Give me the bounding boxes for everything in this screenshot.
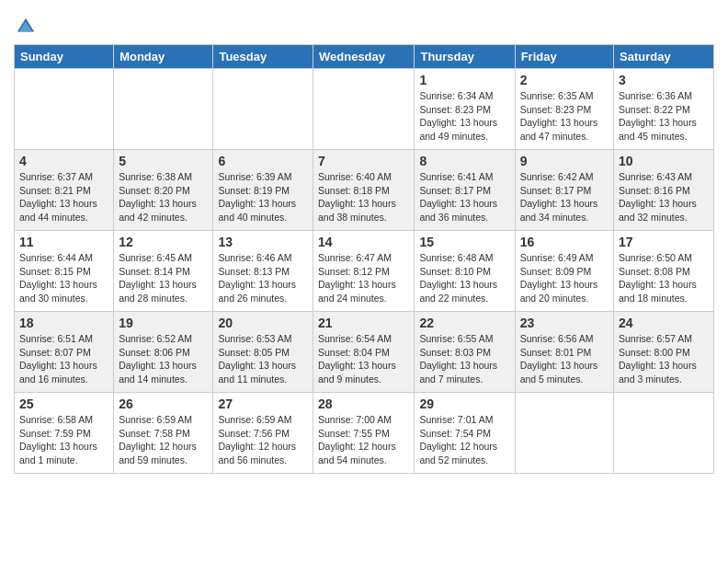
- day-number: 5: [119, 154, 208, 168]
- calendar-cell: 27Sunrise: 6:59 AM Sunset: 7:56 PM Dayli…: [213, 393, 313, 474]
- day-number: 11: [19, 235, 108, 249]
- day-info: Sunrise: 6:55 AM Sunset: 8:03 PM Dayligh…: [419, 332, 509, 386]
- calendar-cell: 1Sunrise: 6:34 AM Sunset: 8:23 PM Daylig…: [415, 69, 515, 150]
- day-info: Sunrise: 6:44 AM Sunset: 8:15 PM Dayligh…: [19, 251, 108, 305]
- day-number: 7: [318, 154, 409, 168]
- day-info: Sunrise: 6:43 AM Sunset: 8:16 PM Dayligh…: [619, 170, 709, 224]
- day-number: 3: [619, 73, 709, 87]
- calendar-cell: 24Sunrise: 6:57 AM Sunset: 8:00 PM Dayli…: [614, 312, 714, 393]
- calendar-header-row: SundayMondayTuesdayWednesdayThursdayFrid…: [15, 45, 714, 69]
- day-number: 10: [619, 154, 709, 168]
- day-number: 12: [119, 235, 208, 249]
- day-number: 18: [19, 316, 108, 330]
- logo-icon: [16, 17, 36, 37]
- calendar-cell: [15, 69, 114, 150]
- calendar-cell: [313, 69, 415, 150]
- calendar-cell: 23Sunrise: 6:56 AM Sunset: 8:01 PM Dayli…: [515, 312, 613, 393]
- day-info: Sunrise: 6:35 AM Sunset: 8:23 PM Dayligh…: [520, 89, 609, 144]
- calendar-cell: 25Sunrise: 6:58 AM Sunset: 7:59 PM Dayli…: [15, 393, 114, 474]
- calendar-cell: 22Sunrise: 6:55 AM Sunset: 8:03 PM Dayli…: [415, 312, 515, 393]
- calendar-cell: 29Sunrise: 7:01 AM Sunset: 7:54 PM Dayli…: [415, 393, 515, 474]
- day-info: Sunrise: 6:59 AM Sunset: 7:58 PM Dayligh…: [119, 413, 208, 467]
- day-info: Sunrise: 6:58 AM Sunset: 7:59 PM Dayligh…: [19, 413, 108, 467]
- day-info: Sunrise: 6:46 AM Sunset: 8:13 PM Dayligh…: [218, 251, 308, 305]
- day-number: 21: [318, 316, 409, 330]
- calendar-cell: 5Sunrise: 6:38 AM Sunset: 8:20 PM Daylig…: [114, 150, 213, 231]
- calendar-week-row: 11Sunrise: 6:44 AM Sunset: 8:15 PM Dayli…: [15, 231, 714, 312]
- calendar-cell: 12Sunrise: 6:45 AM Sunset: 8:14 PM Dayli…: [114, 231, 213, 312]
- calendar-week-row: 18Sunrise: 6:51 AM Sunset: 8:07 PM Dayli…: [15, 312, 714, 393]
- day-number: 8: [419, 154, 509, 168]
- day-number: 14: [318, 235, 409, 249]
- calendar-cell: 3Sunrise: 6:36 AM Sunset: 8:22 PM Daylig…: [614, 69, 714, 150]
- day-number: 20: [218, 316, 308, 330]
- day-info: Sunrise: 6:39 AM Sunset: 8:19 PM Dayligh…: [218, 170, 308, 224]
- day-info: Sunrise: 6:48 AM Sunset: 8:10 PM Dayligh…: [419, 251, 509, 305]
- day-number: 6: [218, 154, 308, 168]
- day-number: 23: [520, 316, 609, 330]
- calendar-cell: [213, 69, 313, 150]
- calendar-cell: 13Sunrise: 6:46 AM Sunset: 8:13 PM Dayli…: [213, 231, 313, 312]
- day-info: Sunrise: 6:56 AM Sunset: 8:01 PM Dayligh…: [520, 332, 609, 386]
- day-number: 28: [318, 396, 409, 411]
- calendar-cell: 11Sunrise: 6:44 AM Sunset: 8:15 PM Dayli…: [15, 231, 114, 312]
- day-number: 19: [119, 316, 208, 330]
- day-number: 16: [520, 235, 609, 249]
- day-number: 29: [419, 396, 509, 411]
- calendar-cell: [114, 69, 213, 150]
- day-info: Sunrise: 6:42 AM Sunset: 8:17 PM Dayligh…: [520, 170, 609, 224]
- col-header-wednesday: Wednesday: [313, 45, 415, 69]
- calendar-cell: 8Sunrise: 6:41 AM Sunset: 8:17 PM Daylig…: [415, 150, 515, 231]
- day-info: Sunrise: 6:40 AM Sunset: 8:18 PM Dayligh…: [318, 170, 409, 224]
- calendar-cell: 6Sunrise: 6:39 AM Sunset: 8:19 PM Daylig…: [213, 150, 313, 231]
- day-info: Sunrise: 6:37 AM Sunset: 8:21 PM Dayligh…: [19, 170, 108, 224]
- logo: [14, 17, 36, 37]
- day-number: 22: [419, 316, 509, 330]
- calendar-cell: 26Sunrise: 6:59 AM Sunset: 7:58 PM Dayli…: [114, 393, 213, 474]
- day-info: Sunrise: 6:36 AM Sunset: 8:22 PM Dayligh…: [619, 89, 709, 144]
- day-info: Sunrise: 6:53 AM Sunset: 8:05 PM Dayligh…: [218, 332, 308, 386]
- calendar-cell: 14Sunrise: 6:47 AM Sunset: 8:12 PM Dayli…: [313, 231, 415, 312]
- calendar-cell: [614, 393, 714, 474]
- day-info: Sunrise: 7:01 AM Sunset: 7:54 PM Dayligh…: [419, 413, 509, 467]
- day-info: Sunrise: 6:49 AM Sunset: 8:09 PM Dayligh…: [520, 251, 609, 305]
- page-header: [14, 9, 714, 37]
- calendar-cell: 15Sunrise: 6:48 AM Sunset: 8:10 PM Dayli…: [415, 231, 515, 312]
- calendar-cell: 28Sunrise: 7:00 AM Sunset: 7:55 PM Dayli…: [313, 393, 415, 474]
- day-number: 24: [619, 316, 709, 330]
- day-info: Sunrise: 6:51 AM Sunset: 8:07 PM Dayligh…: [19, 332, 108, 386]
- day-number: 4: [19, 154, 108, 168]
- calendar-cell: 2Sunrise: 6:35 AM Sunset: 8:23 PM Daylig…: [515, 69, 613, 150]
- day-info: Sunrise: 6:45 AM Sunset: 8:14 PM Dayligh…: [119, 251, 208, 305]
- col-header-sunday: Sunday: [15, 45, 114, 69]
- day-number: 17: [619, 235, 709, 249]
- day-info: Sunrise: 6:52 AM Sunset: 8:06 PM Dayligh…: [119, 332, 208, 386]
- calendar-cell: 4Sunrise: 6:37 AM Sunset: 8:21 PM Daylig…: [15, 150, 114, 231]
- calendar-cell: [515, 393, 613, 474]
- day-info: Sunrise: 6:57 AM Sunset: 8:00 PM Dayligh…: [619, 332, 709, 386]
- col-header-monday: Monday: [114, 45, 213, 69]
- day-info: Sunrise: 6:50 AM Sunset: 8:08 PM Dayligh…: [619, 251, 709, 305]
- day-number: 1: [419, 73, 509, 87]
- calendar-cell: 20Sunrise: 6:53 AM Sunset: 8:05 PM Dayli…: [213, 312, 313, 393]
- day-info: Sunrise: 6:34 AM Sunset: 8:23 PM Dayligh…: [419, 89, 509, 144]
- calendar-cell: 10Sunrise: 6:43 AM Sunset: 8:16 PM Dayli…: [614, 150, 714, 231]
- calendar-cell: 19Sunrise: 6:52 AM Sunset: 8:06 PM Dayli…: [114, 312, 213, 393]
- calendar-week-row: 25Sunrise: 6:58 AM Sunset: 7:59 PM Dayli…: [15, 393, 714, 474]
- calendar-cell: 17Sunrise: 6:50 AM Sunset: 8:08 PM Dayli…: [614, 231, 714, 312]
- col-header-tuesday: Tuesday: [213, 45, 313, 69]
- calendar-cell: 16Sunrise: 6:49 AM Sunset: 8:09 PM Dayli…: [515, 231, 613, 312]
- day-number: 13: [218, 235, 308, 249]
- calendar-cell: 18Sunrise: 6:51 AM Sunset: 8:07 PM Dayli…: [15, 312, 114, 393]
- day-info: Sunrise: 6:41 AM Sunset: 8:17 PM Dayligh…: [419, 170, 509, 224]
- calendar-table: SundayMondayTuesdayWednesdayThursdayFrid…: [14, 44, 714, 474]
- calendar-cell: 21Sunrise: 6:54 AM Sunset: 8:04 PM Dayli…: [313, 312, 415, 393]
- col-header-saturday: Saturday: [614, 45, 714, 69]
- day-info: Sunrise: 6:47 AM Sunset: 8:12 PM Dayligh…: [318, 251, 409, 305]
- day-number: 2: [520, 73, 609, 87]
- calendar-week-row: 1Sunrise: 6:34 AM Sunset: 8:23 PM Daylig…: [15, 69, 714, 150]
- day-info: Sunrise: 6:38 AM Sunset: 8:20 PM Dayligh…: [119, 170, 208, 224]
- day-number: 9: [520, 154, 609, 168]
- col-header-thursday: Thursday: [415, 45, 515, 69]
- calendar-cell: 7Sunrise: 6:40 AM Sunset: 8:18 PM Daylig…: [313, 150, 415, 231]
